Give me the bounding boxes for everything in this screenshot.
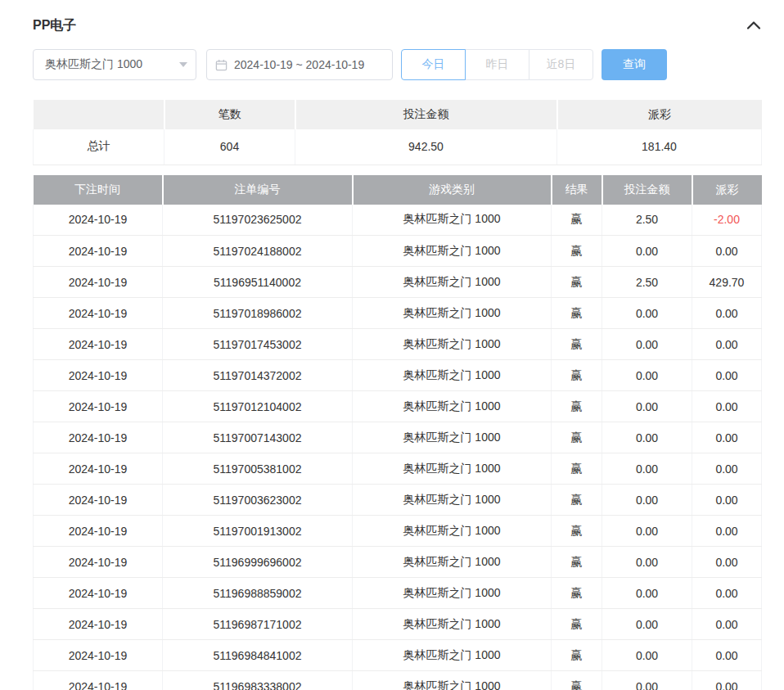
cell-order-no: 51197017453002 [163, 329, 353, 360]
game-select[interactable]: 奥林匹斯之门 1000 [33, 49, 196, 80]
cell-bet-time: 2024-10-19 [34, 516, 163, 547]
cell-bet-time: 2024-10-19 [34, 671, 163, 690]
chevron-up-icon [746, 20, 761, 30]
bet-table: 下注时间 注单编号 游戏类别 结果 投注金额 派彩 2024-10-19 511… [33, 175, 762, 690]
cell-bet-amount: 0.00 [602, 360, 692, 391]
summary-col-bet-amount: 投注金额 [295, 100, 557, 129]
cell-payout: 0.00 [692, 671, 762, 690]
table-row: 2024-10-19 51197003623002 奥林匹斯之门 1000 赢 … [34, 485, 762, 516]
cell-bet-time: 2024-10-19 [34, 578, 163, 609]
cell-result: 赢 [552, 298, 602, 329]
summary-total-payout: 181.40 [557, 129, 762, 165]
cell-payout: 0.00 [692, 485, 762, 516]
table-row: 2024-10-19 51196999696002 奥林匹斯之门 1000 赢 … [34, 547, 762, 578]
filter-bar: 奥林匹斯之门 1000 2024-10-19 ~ 2024-10-19 今日 昨… [33, 49, 761, 80]
cell-order-no: 51197007143002 [163, 422, 353, 453]
cell-bet-amount: 0.00 [602, 453, 692, 485]
table-row: 2024-10-19 51197018986002 奥林匹斯之门 1000 赢 … [34, 298, 762, 329]
cell-result: 赢 [552, 671, 602, 690]
page-title: PP电子 [33, 17, 76, 34]
cell-payout: 0.00 [692, 391, 762, 422]
game-select-value: 奥林匹斯之门 1000 [45, 57, 142, 72]
cell-game-type: 奥林匹斯之门 1000 [353, 360, 552, 391]
date-range-input[interactable]: 2024-10-19 ~ 2024-10-19 [206, 49, 393, 80]
cell-payout: 0.00 [692, 453, 762, 485]
cell-order-no: 51196951140002 [163, 267, 353, 298]
cell-bet-amount: 0.00 [602, 391, 692, 422]
date-range-value: 2024-10-19 ~ 2024-10-19 [234, 58, 364, 71]
cell-game-type: 奥林匹斯之门 1000 [353, 485, 552, 516]
cell-game-type: 奥林匹斯之门 1000 [353, 547, 552, 578]
cell-bet-amount: 2.50 [602, 267, 692, 298]
cell-bet-amount: 0.00 [602, 640, 692, 671]
summary-table-header: 笔数 投注金额 派彩 [34, 100, 762, 129]
table-row: 2024-10-19 51196988859002 奥林匹斯之门 1000 赢 … [34, 578, 762, 609]
table-row: 2024-10-19 51196984841002 奥林匹斯之门 1000 赢 … [34, 640, 762, 671]
summary-total-count: 604 [164, 129, 295, 165]
cell-result: 赢 [552, 329, 602, 360]
cell-bet-time: 2024-10-19 [34, 422, 163, 453]
cell-game-type: 奥林匹斯之门 1000 [353, 329, 552, 360]
cell-payout: -2.00 [692, 205, 762, 236]
cell-order-no: 51197012104002 [163, 391, 353, 422]
cell-result: 赢 [552, 547, 602, 578]
summary-col-payout: 派彩 [557, 100, 762, 129]
cell-bet-time: 2024-10-19 [34, 205, 163, 236]
col-bet-amount: 投注金额 [602, 175, 692, 205]
cell-order-no: 51197005381002 [163, 453, 353, 485]
cell-order-no: 51196988859002 [163, 578, 353, 609]
cell-order-no: 51197003623002 [163, 485, 353, 516]
cell-bet-amount: 2.50 [602, 205, 692, 236]
table-row: 2024-10-19 51197024188002 奥林匹斯之门 1000 赢 … [34, 236, 762, 267]
last8days-button[interactable]: 近8日 [529, 49, 593, 80]
cell-game-type: 奥林匹斯之门 1000 [353, 298, 552, 329]
cell-bet-amount: 0.00 [602, 609, 692, 640]
search-button[interactable]: 查询 [602, 49, 667, 80]
bet-table-header: 下注时间 注单编号 游戏类别 结果 投注金额 派彩 [34, 175, 762, 205]
cell-result: 赢 [552, 422, 602, 453]
cell-bet-amount: 0.00 [602, 516, 692, 547]
cell-result: 赢 [552, 205, 602, 236]
cell-payout: 0.00 [692, 640, 762, 671]
cell-payout: 0.00 [692, 329, 762, 360]
col-payout: 派彩 [692, 175, 762, 205]
cell-payout: 0.00 [692, 547, 762, 578]
summary-col-blank [34, 100, 164, 129]
cell-result: 赢 [552, 640, 602, 671]
cell-bet-time: 2024-10-19 [34, 298, 163, 329]
table-row: 2024-10-19 51197023625002 奥林匹斯之门 1000 赢 … [34, 205, 762, 236]
cell-game-type: 奥林匹斯之门 1000 [353, 422, 552, 453]
table-row: 2024-10-19 51196951140002 奥林匹斯之门 1000 赢 … [34, 267, 762, 298]
col-order-no: 注单编号 [163, 175, 353, 205]
cell-game-type: 奥林匹斯之门 1000 [353, 453, 552, 485]
cell-result: 赢 [552, 516, 602, 547]
cell-game-type: 奥林匹斯之门 1000 [353, 671, 552, 690]
table-row: 2024-10-19 51197012104002 奥林匹斯之门 1000 赢 … [34, 391, 762, 422]
cell-bet-time: 2024-10-19 [34, 453, 163, 485]
cell-payout: 0.00 [692, 236, 762, 267]
cell-order-no: 51197018986002 [163, 298, 353, 329]
cell-result: 赢 [552, 360, 602, 391]
cell-bet-time: 2024-10-19 [34, 329, 163, 360]
cell-result: 赢 [552, 453, 602, 485]
cell-bet-time: 2024-10-19 [34, 485, 163, 516]
collapse-button[interactable] [746, 20, 761, 30]
cell-payout: 0.00 [692, 578, 762, 609]
summary-table: 笔数 投注金额 派彩 总计 604 942.50 181.40 [33, 100, 762, 165]
cell-payout: 0.00 [692, 298, 762, 329]
cell-bet-time: 2024-10-19 [34, 547, 163, 578]
cell-bet-time: 2024-10-19 [34, 236, 163, 267]
cell-game-type: 奥林匹斯之门 1000 [353, 267, 552, 298]
cell-game-type: 奥林匹斯之门 1000 [353, 205, 552, 236]
cell-order-no: 51197001913002 [163, 516, 353, 547]
table-row: 2024-10-19 51196983338002 奥林匹斯之门 1000 赢 … [34, 671, 762, 690]
cell-bet-time: 2024-10-19 [34, 391, 163, 422]
cell-order-no: 51197024188002 [163, 236, 353, 267]
pp-panel: PP电子 奥林匹斯之门 1000 2024-10-19 ~ 2024-10-19… [0, 0, 784, 690]
yesterday-button[interactable]: 昨日 [465, 49, 529, 80]
cell-result: 赢 [552, 578, 602, 609]
cell-bet-amount: 0.00 [602, 547, 692, 578]
today-button[interactable]: 今日 [401, 49, 466, 80]
chevron-down-icon [179, 62, 187, 67]
cell-bet-amount: 0.00 [602, 298, 692, 329]
